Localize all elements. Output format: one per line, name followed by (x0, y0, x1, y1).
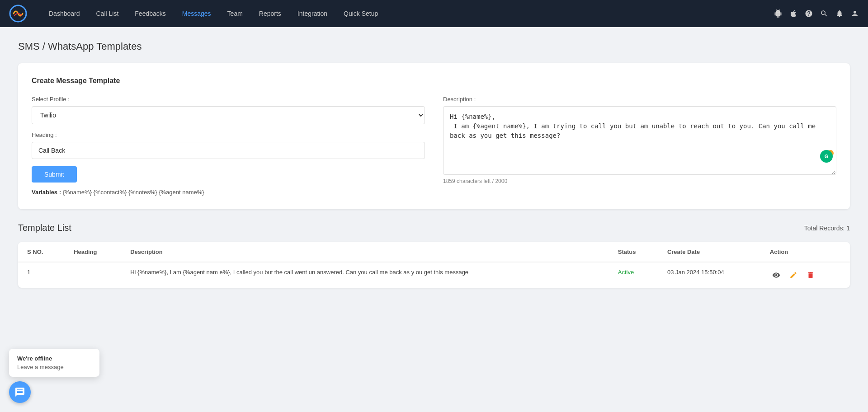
nav-messages[interactable]: Messages (174, 0, 219, 27)
variables-label: Variables : (32, 189, 61, 196)
col-header-create-date: Create Date (658, 242, 761, 262)
submit-button[interactable]: Submit (32, 166, 77, 183)
description-textarea[interactable]: Hi {%name%}, I am {%agent name%}, I am t… (443, 106, 836, 175)
create-template-card: Create Message Template Select Profile :… (18, 63, 850, 209)
select-profile-group: Select Profile : Twilio Vonage Bandwidth (32, 96, 425, 124)
status-badge: Active (618, 269, 634, 276)
action-icons (770, 269, 841, 281)
description-label: Description : (443, 96, 836, 103)
heading-group: Heading : (32, 131, 425, 159)
cell-action (761, 262, 850, 288)
template-table: S NO. Heading Description Status Create … (18, 242, 850, 288)
total-records-label: Total Records: (804, 225, 844, 232)
android-icon[interactable] (774, 9, 782, 18)
cell-heading (65, 262, 121, 288)
page-title: SMS / WhatsApp Templates (18, 41, 850, 52)
search-icon[interactable] (820, 9, 828, 18)
cell-description: Hi {%name%}, I am {%agent nam e%}, I cal… (121, 262, 609, 288)
col-header-heading: Heading (65, 242, 121, 262)
account-icon[interactable] (851, 9, 859, 18)
heading-input[interactable] (32, 142, 425, 159)
cell-create-date: 03 Jan 2024 15:50:04 (658, 262, 761, 288)
logo[interactable] (9, 5, 27, 23)
heading-label: Heading : (32, 131, 425, 138)
create-template-title: Create Message Template (32, 77, 836, 85)
help-icon[interactable] (805, 9, 813, 18)
total-records: Total Records: 1 (804, 225, 850, 232)
nav-feedbacks[interactable]: Feedbacks (127, 0, 174, 27)
delete-button[interactable] (804, 269, 817, 281)
col-header-sno: S NO. (18, 242, 65, 262)
main-content: SMS / WhatsApp Templates Create Message … (0, 27, 868, 301)
template-list-header: Template List Total Records: 1 (18, 223, 850, 233)
edit-button[interactable] (787, 269, 800, 281)
cell-status: Active (609, 262, 658, 288)
navbar: Dashboard Call List Feedbacks Messages T… (0, 0, 868, 27)
total-records-value: 1 (846, 225, 850, 232)
navbar-links: Dashboard Call List Feedbacks Messages T… (41, 0, 774, 27)
description-group: Description : Hi {%name%}, I am {%agent … (443, 96, 836, 184)
col-header-action: Action (761, 242, 850, 262)
navbar-actions (774, 9, 859, 18)
select-profile-dropdown[interactable]: Twilio Vonage Bandwidth (32, 106, 425, 124)
form-right-col: Description : Hi {%name%}, I am {%agent … (443, 96, 836, 192)
select-profile-label: Select Profile : (32, 96, 425, 103)
view-button[interactable] (770, 269, 783, 281)
nav-quick-setup[interactable]: Quick Setup (335, 0, 386, 27)
apple-icon[interactable] (789, 9, 797, 18)
template-list-title: Template List (18, 223, 71, 233)
notifications-icon[interactable] (835, 9, 844, 18)
col-header-status: Status (609, 242, 658, 262)
table-row: 1 Hi {%name%}, I am {%agent nam e%}, I c… (18, 262, 850, 288)
nav-integration[interactable]: Integration (289, 0, 335, 27)
grammarly-icon: G (820, 150, 833, 163)
form-left-col: Select Profile : Twilio Vonage Bandwidth… (32, 96, 425, 196)
col-header-description: Description (121, 242, 609, 262)
table-header-row: S NO. Heading Description Status Create … (18, 242, 850, 262)
nav-team[interactable]: Team (219, 0, 251, 27)
nav-reports[interactable]: Reports (251, 0, 289, 27)
nav-dashboard[interactable]: Dashboard (41, 0, 88, 27)
cell-sno: 1 (18, 262, 65, 288)
nav-call-list[interactable]: Call List (88, 0, 127, 27)
form-row: Select Profile : Twilio Vonage Bandwidth… (32, 96, 836, 196)
char-count: 1859 characters left / 2000 (443, 178, 836, 184)
variables-value: {%name%} {%contact%} {%notes%} {%agent n… (63, 189, 204, 196)
variables-row: Variables : {%name%} {%contact%} {%notes… (32, 189, 425, 196)
description-wrapper: Hi {%name%}, I am {%agent name%}, I am t… (443, 106, 836, 176)
template-table-card: S NO. Heading Description Status Create … (18, 242, 850, 288)
